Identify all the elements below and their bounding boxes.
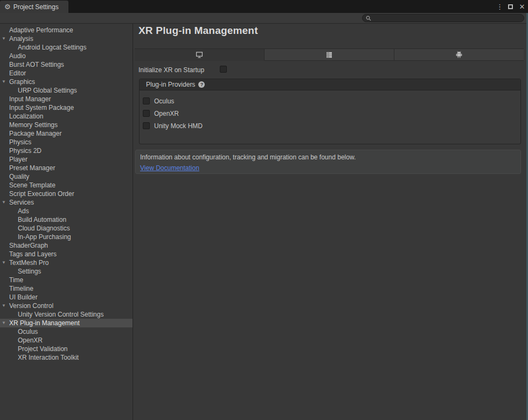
sidebar-item-build-automation[interactable]: Build Automation [0, 215, 133, 224]
plugin-providers-list: OculusOpenXRUnity Mock HMD [140, 90, 520, 132]
sidebar-item-openxr[interactable]: OpenXR [0, 336, 133, 345]
sidebar-item-label: Analysis [9, 35, 33, 43]
maximize-icon[interactable] [508, 4, 513, 9]
sidebar-item-scene-template[interactable]: Scene Template [0, 181, 133, 190]
initialize-xr-label: Initialize XR on Startup [138, 66, 204, 74]
window-menu-icon[interactable]: ⋮ [496, 3, 503, 11]
sidebar-item-label: Project Validation [18, 345, 68, 353]
sidebar-item-script-execution-order[interactable]: Script Execution Order [0, 190, 133, 198]
sidebar-item-services[interactable]: ▼Services [0, 198, 133, 207]
view-documentation-link[interactable]: View Documentation [140, 164, 199, 172]
sidebar-item-label: Cloud Diagnostics [18, 225, 70, 232]
sidebar-item-audio[interactable]: Audio [0, 52, 133, 60]
title-bar: ⚙ Project Settings ⋮ ✕ [0, 0, 528, 13]
sidebar-item-label: Localization [9, 113, 43, 120]
sidebar-item-label: Ads [18, 207, 29, 215]
sidebar-item-settings[interactable]: Settings [0, 267, 133, 276]
sidebar-item-label: Audio [9, 52, 26, 60]
sidebar-item-textmesh-pro[interactable]: ▼TextMesh Pro [0, 258, 133, 267]
sidebar-item-oculus[interactable]: Oculus [0, 327, 133, 336]
sidebar-item-label: TextMesh Pro [9, 259, 48, 267]
sidebar-list: Adaptive Performance▼AnalysisAndroid Log… [0, 26, 133, 362]
sidebar-item-tags-and-layers[interactable]: Tags and Layers [0, 250, 133, 258]
sidebar-item-cloud-diagnostics[interactable]: Cloud Diagnostics [0, 224, 133, 233]
initialize-xr-checkbox[interactable] [220, 66, 227, 73]
main-panel: XR Plug-in Management [133, 24, 526, 420]
sidebar-item-adaptive-performance[interactable]: Adaptive Performance [0, 26, 133, 34]
settings-sidebar: Adaptive Performance▼AnalysisAndroid Log… [0, 24, 133, 420]
expander-triangle-icon[interactable]: ▼ [2, 258, 6, 267]
sidebar-item-label: Oculus [18, 328, 38, 335]
expander-triangle-icon[interactable]: ▼ [2, 302, 6, 310]
sidebar-item-physics-2d[interactable]: Physics 2D [0, 146, 133, 155]
sidebar-item-ads[interactable]: Ads [0, 207, 133, 215]
plugin-providers-box: Plug-in Providers ? OculusOpenXRUnity Mo… [139, 79, 521, 144]
sidebar-item-label: Timeline [9, 285, 33, 292]
sidebar-item-label: Version Control [9, 302, 53, 310]
sidebar-item-label: Graphics [9, 78, 35, 86]
sidebar-item-burst-aot-settings[interactable]: Burst AOT Settings [0, 60, 133, 69]
sidebar-item-label: Android Logcat Settings [18, 44, 86, 51]
platform-tabstrip [135, 48, 524, 61]
sidebar-item-time[interactable]: Time [0, 276, 133, 284]
sidebar-item-player[interactable]: Player [0, 155, 133, 164]
help-icon[interactable]: ? [198, 81, 205, 88]
sidebar-item-ui-builder[interactable]: UI Builder [0, 293, 133, 302]
sidebar-item-analysis[interactable]: ▼Analysis [0, 34, 133, 43]
sidebar-item-memory-settings[interactable]: Memory Settings [0, 121, 133, 129]
window-controls: ⋮ ✕ [496, 0, 526, 13]
search-input[interactable] [373, 15, 519, 22]
plugin-providers-title: Plug-in Providers [146, 81, 195, 88]
gear-icon: ⚙ [4, 3, 11, 10]
sidebar-item-version-control[interactable]: ▼Version Control [0, 302, 133, 310]
oculus-checkbox[interactable] [143, 97, 150, 104]
sidebar-item-timeline[interactable]: Timeline [0, 284, 133, 293]
sidebar-item-label: Input System Package [9, 104, 74, 111]
sidebar-item-xr-interaction-toolkit[interactable]: XR Interaction Toolkit [0, 353, 133, 362]
sidebar-item-project-validation[interactable]: Project Validation [0, 345, 133, 353]
provider-label: OpenXR [154, 110, 179, 117]
tab-android[interactable] [394, 49, 524, 61]
sidebar-item-unity-version-control-settings[interactable]: Unity Version Control Settings [0, 310, 133, 319]
tab-desktop[interactable] [135, 49, 265, 61]
sidebar-item-package-manager[interactable]: Package Manager [0, 129, 133, 138]
sidebar-item-label: Adaptive Performance [9, 26, 73, 34]
sidebar-item-shadergraph[interactable]: ShaderGraph [0, 241, 133, 250]
sidebar-item-quality[interactable]: Quality [0, 172, 133, 181]
search-box[interactable] [362, 14, 524, 22]
sidebar-item-preset-manager[interactable]: Preset Manager [0, 164, 133, 172]
sidebar-item-label: Scene Template [9, 181, 55, 189]
sidebar-item-label: UI Builder [9, 293, 38, 301]
sidebar-item-localization[interactable]: Localization [0, 112, 133, 121]
sidebar-item-label: Physics 2D [9, 147, 41, 155]
sidebar-item-physics[interactable]: Physics [0, 138, 133, 146]
window-tab-project-settings[interactable]: ⚙ Project Settings [0, 1, 68, 13]
unity-mock-hmd-checkbox[interactable] [143, 122, 150, 129]
sidebar-item-editor[interactable]: Editor [0, 69, 133, 78]
expander-triangle-icon[interactable]: ▼ [2, 198, 6, 207]
provider-label: Oculus [154, 97, 174, 105]
sidebar-item-label: Player [9, 156, 27, 163]
provider-row-openxr: OpenXR [143, 107, 520, 120]
openxr-checkbox[interactable] [143, 110, 150, 117]
provider-row-oculus: Oculus [143, 95, 520, 107]
sidebar-item-input-manager[interactable]: Input Manager [0, 95, 133, 103]
android-icon [456, 51, 462, 58]
toolbar [0, 13, 528, 24]
sidebar-item-android-logcat-settings[interactable]: Android Logcat Settings [0, 43, 133, 52]
sidebar-item-label: Input Manager [9, 95, 51, 103]
sidebar-item-in-app-purchasing[interactable]: In-App Purchasing [0, 233, 133, 241]
expander-triangle-icon[interactable]: ▼ [2, 319, 6, 327]
sidebar-item-graphics[interactable]: ▼Graphics [0, 78, 133, 86]
expander-triangle-icon[interactable]: ▼ [2, 34, 6, 43]
search-icon [366, 16, 371, 21]
expander-triangle-icon[interactable]: ▼ [2, 78, 6, 86]
tab-dedicated-server[interactable] [265, 49, 394, 61]
sidebar-item-label: Burst AOT Settings [9, 61, 64, 68]
sidebar-item-xr-plug-in-management[interactable]: ▼XR Plug-in Management [0, 319, 133, 327]
sidebar-item-input-system-package[interactable]: Input System Package [0, 103, 133, 112]
close-icon[interactable]: ✕ [518, 3, 526, 11]
sidebar-item-label: Package Manager [9, 130, 61, 137]
sidebar-item-urp-global-settings[interactable]: URP Global Settings [0, 86, 133, 95]
sidebar-item-label: Quality [9, 173, 29, 180]
